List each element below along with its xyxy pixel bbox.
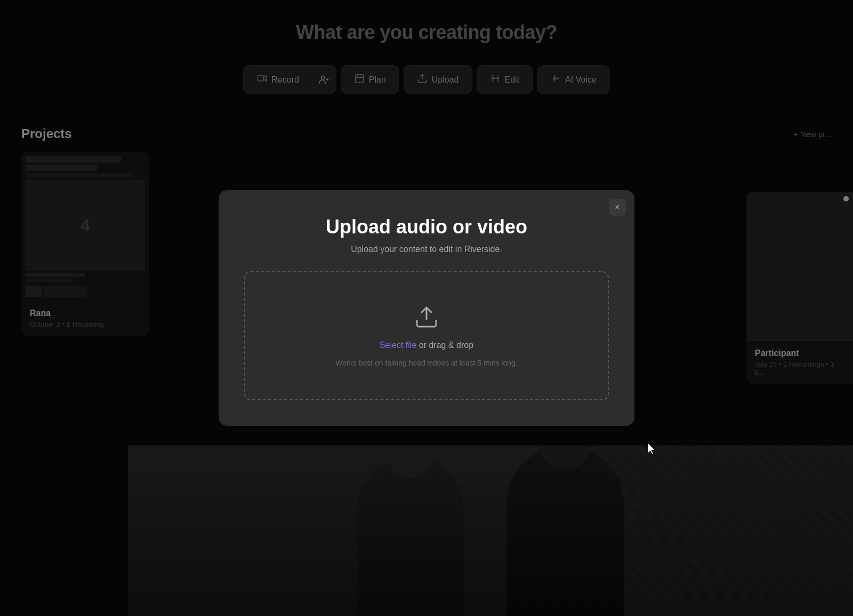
drop-zone-text: Select file or drag & drop [380,341,473,350]
select-file-link[interactable]: Select file [380,341,416,350]
modal-title: Upload audio or video [244,216,609,238]
drop-zone[interactable]: Select file or drag & drop Works best on… [244,271,609,400]
modal-close-button[interactable]: × [609,199,626,216]
modal-overlay[interactable]: × Upload audio or video Upload your cont… [0,0,853,616]
upload-modal: × Upload audio or video Upload your cont… [219,190,634,426]
drag-drop-label: or drag & drop [419,341,473,350]
drop-zone-hint: Works best on talking head videos at lea… [335,359,517,367]
modal-subtitle: Upload your content to edit in Riverside… [244,245,609,254]
upload-area-icon [414,304,439,332]
